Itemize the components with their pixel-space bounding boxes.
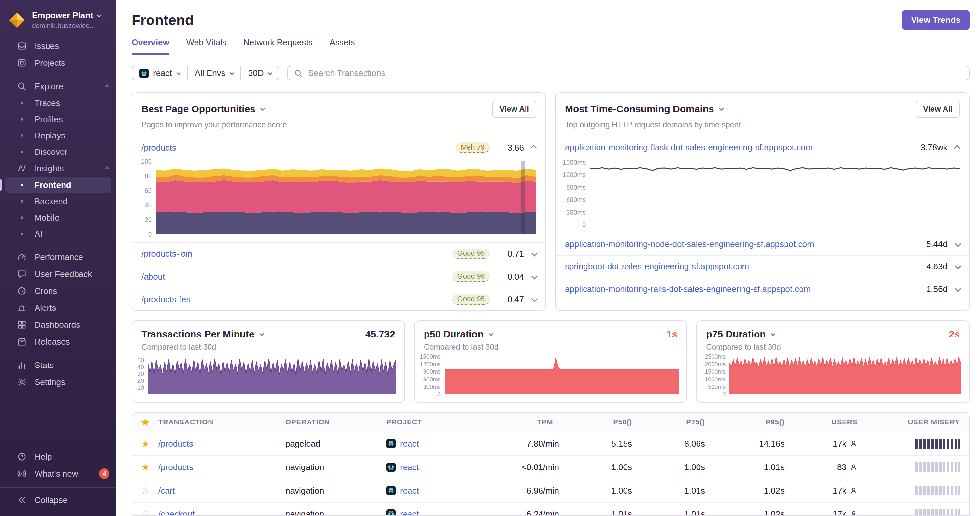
sidebar-item-label: Issues bbox=[35, 41, 59, 51]
column-header-operation[interactable]: OPERATION bbox=[285, 418, 387, 426]
bullet-icon bbox=[17, 98, 27, 108]
sidebar-item-traces[interactable]: Traces bbox=[0, 95, 116, 111]
column-header-project[interactable]: PROJECT bbox=[387, 418, 494, 426]
p75-cell: 1.01s bbox=[639, 509, 711, 516]
svg-text:?: ? bbox=[21, 454, 23, 459]
org-switcher[interactable]: Empower Plant dominik.buszowiec... bbox=[0, 6, 116, 38]
sidebar-collapse-button[interactable]: Collapse bbox=[0, 487, 116, 508]
sidebar-item-crons[interactable]: Crons bbox=[0, 283, 116, 299]
key-transaction-star[interactable]: ★ bbox=[141, 462, 149, 472]
column-header-p50[interactable]: P50() bbox=[566, 418, 639, 426]
key-transaction-star[interactable]: ☆ bbox=[141, 486, 149, 496]
p50-panel: p50 Duration 1s Compared to last 30d 150… bbox=[414, 320, 687, 403]
project-link[interactable]: react bbox=[400, 439, 419, 449]
column-header-users[interactable]: USERS bbox=[791, 418, 864, 426]
bullet-icon bbox=[17, 229, 27, 239]
sidebar-item-whats-new[interactable]: What's new 4 bbox=[0, 465, 116, 482]
sidebar-item-profiles[interactable]: Profiles bbox=[0, 111, 116, 127]
domain-link[interactable]: application-monitoring-flask-dot-sales-e… bbox=[565, 142, 921, 152]
chevron-down-icon bbox=[268, 70, 273, 75]
sidebar-item-releases[interactable]: Releases bbox=[0, 333, 116, 350]
panel-title-dropdown[interactable]: Most Time-Consuming Domains bbox=[565, 103, 722, 115]
react-project-icon bbox=[387, 463, 396, 472]
page-link[interactable]: /about bbox=[142, 271, 165, 282]
sidebar-item-settings[interactable]: Settings bbox=[0, 374, 116, 391]
key-transaction-star[interactable]: ★ bbox=[141, 439, 149, 449]
key-transaction-star[interactable]: ☆ bbox=[141, 509, 149, 516]
domain-link[interactable]: springboot-dot-sales-engineering-sf.apps… bbox=[565, 262, 926, 271]
column-header-user-misery[interactable]: USER MISERY bbox=[864, 418, 969, 426]
p95-cell: 1.01s bbox=[711, 462, 791, 472]
metric-value: 45.732 bbox=[365, 329, 395, 340]
chevron-down-icon[interactable] bbox=[531, 250, 538, 257]
sidebar-item-label: Backend bbox=[35, 197, 67, 206]
sidebar-item-issues[interactable]: Issues bbox=[0, 38, 116, 54]
metric-title-dropdown[interactable]: p50 Duration bbox=[424, 329, 492, 340]
sidebar-item-alerts[interactable]: Alerts bbox=[0, 299, 116, 316]
sidebar-item-ai[interactable]: AI bbox=[0, 226, 116, 242]
p95-cell: 14.16s bbox=[711, 439, 791, 449]
sidebar-item-stats[interactable]: Stats bbox=[0, 357, 116, 374]
metric-title-dropdown[interactable]: p75 Duration bbox=[706, 329, 774, 340]
view-all-button[interactable]: View All bbox=[916, 101, 960, 117]
project-link[interactable]: react bbox=[400, 509, 419, 516]
sidebar-item-replays[interactable]: Replays bbox=[0, 127, 116, 144]
p50-cell: 1.00s bbox=[566, 462, 639, 472]
sidebar-item-frontend[interactable]: Frontend bbox=[5, 177, 111, 193]
column-header-transaction[interactable]: TRANSACTION bbox=[158, 418, 285, 426]
view-all-button[interactable]: View All bbox=[492, 101, 536, 117]
sidebar-item-mobile[interactable]: Mobile bbox=[0, 210, 116, 226]
sidebar-section-explore[interactable]: Explore bbox=[0, 78, 116, 95]
page-link[interactable]: /products-join bbox=[142, 249, 192, 259]
chevron-down-icon bbox=[176, 70, 181, 75]
column-header-p75[interactable]: P75() bbox=[639, 418, 711, 426]
view-trends-button[interactable]: View Trends bbox=[902, 10, 970, 30]
column-header-tpm[interactable]: TPM ↓ bbox=[494, 418, 566, 426]
transaction-link[interactable]: /cart bbox=[158, 486, 175, 495]
tab-web-vitals[interactable]: Web Vitals bbox=[186, 38, 226, 56]
page-link[interactable]: /products-fes bbox=[142, 294, 190, 305]
tpm-cell: 7.80/min bbox=[494, 439, 566, 449]
chevron-up-icon[interactable] bbox=[954, 144, 961, 151]
user-misery-bars bbox=[915, 439, 960, 449]
metric-title-dropdown[interactable]: Transactions Per Minute bbox=[142, 329, 263, 340]
project-selector[interactable]: react bbox=[132, 67, 188, 80]
domain-link[interactable]: application-monitoring-rails-dot-sales-e… bbox=[565, 284, 926, 294]
sidebar-item-label: What's new bbox=[35, 469, 78, 479]
page-link[interactable]: /products bbox=[142, 143, 176, 153]
project-cell: react bbox=[387, 509, 494, 516]
panel-title-dropdown[interactable]: Best Page Opportunities bbox=[142, 103, 264, 115]
date-range-selector[interactable]: 30D bbox=[241, 67, 279, 80]
chevron-up-icon[interactable] bbox=[530, 145, 537, 151]
project-link[interactable]: react bbox=[400, 486, 419, 496]
chevron-down-icon[interactable] bbox=[955, 263, 961, 269]
environment-selector[interactable]: All Envs bbox=[188, 67, 241, 80]
sidebar-item-projects[interactable]: Projects bbox=[0, 54, 116, 71]
react-project-icon bbox=[140, 69, 149, 78]
sidebar-item-performance[interactable]: Performance bbox=[0, 249, 116, 265]
sidebar-item-user-feedback[interactable]: User Feedback bbox=[0, 265, 116, 283]
metric-title: Transactions Per Minute bbox=[142, 329, 255, 340]
chevron-down-icon bbox=[259, 332, 264, 336]
panel-title: Most Time-Consuming Domains bbox=[565, 103, 714, 115]
sidebar-item-backend[interactable]: Backend bbox=[0, 193, 116, 210]
project-link[interactable]: react bbox=[400, 462, 419, 472]
sidebar-item-dashboards[interactable]: Dashboards bbox=[0, 316, 116, 333]
tab-network-requests[interactable]: Network Requests bbox=[243, 38, 312, 56]
domain-link[interactable]: application-monitoring-node-dot-sales-en… bbox=[565, 239, 926, 249]
transaction-link[interactable]: /products bbox=[158, 439, 193, 449]
sidebar-item-help[interactable]: ? Help bbox=[0, 448, 116, 465]
chevron-down-icon[interactable] bbox=[531, 273, 538, 279]
tab-overview[interactable]: Overview bbox=[132, 38, 169, 56]
transaction-link[interactable]: /products bbox=[158, 462, 193, 472]
chevron-down-icon[interactable] bbox=[955, 285, 961, 292]
search-input[interactable] bbox=[308, 68, 963, 78]
column-header-p95[interactable]: P95() bbox=[711, 418, 791, 426]
tab-assets[interactable]: Assets bbox=[329, 38, 355, 56]
sidebar-section-insights[interactable]: Insights bbox=[0, 160, 116, 177]
transaction-link[interactable]: /checkout bbox=[158, 509, 194, 516]
y-axis-labels: 100806040200 bbox=[135, 161, 156, 234]
sidebar-item-discover[interactable]: Discover bbox=[0, 144, 116, 160]
chevron-down-icon[interactable] bbox=[955, 240, 961, 247]
chevron-down-icon[interactable] bbox=[531, 296, 538, 302]
